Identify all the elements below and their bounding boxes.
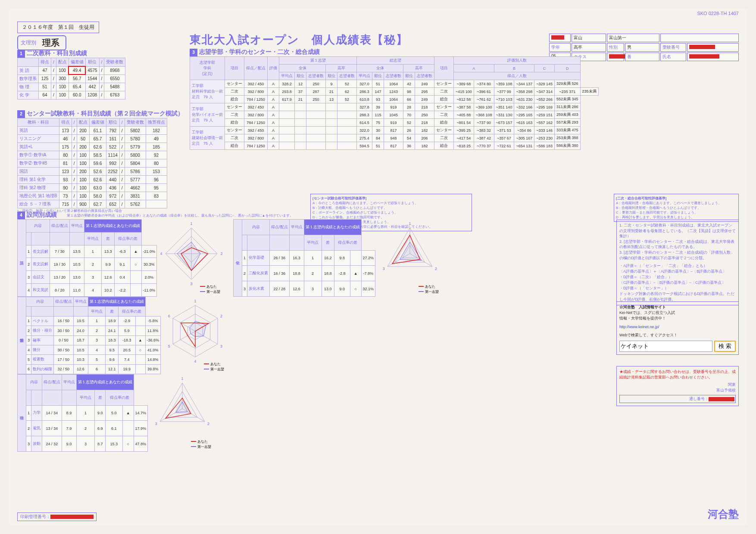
svg-text:3: 3 (383, 267, 385, 271)
section-2: 2センター試験教科・科目別成績（第２回全統マーク模試） 教科・科目得点/配点偏差… (17, 110, 184, 213)
svg-rect-44 (419, 286, 424, 287)
side-notes: 1. 二次・センター試験教科・科目別成績は、東北大入試オープンの文理別受験者を母… (616, 220, 739, 305)
choice-results-table: 志望学部学科(定員)項目得点／配点評価第１志望総志望項目評価別人数全体高卒全体高… (190, 56, 599, 150)
svg-text:あなた: あなた (206, 285, 217, 289)
svg-text:1: 1 (194, 299, 197, 303)
svg-text:3: 3 (220, 344, 222, 348)
svg-text:2: 2 (221, 251, 223, 256)
svg-text:あなた: あなた (197, 440, 208, 444)
svg-text:2: 2 (207, 422, 209, 426)
section-4: 4設問別成績 第１志望の受験者全体の平均点（および得点率）とあなたの成績（得点率… (17, 211, 474, 452)
svg-rect-46 (419, 291, 424, 292)
svg-text:5: 5 (168, 344, 170, 348)
side-ad: ☆河合塾 入試情報サイト Kei-Netでは、スグに役立つ入試 情報・大学情報を… (616, 301, 739, 355)
svg-text:第一志望: 第一志望 (197, 445, 211, 449)
svg-text:4: 4 (194, 359, 197, 363)
legend-niji: [二次・総合合格可能性評価基準]A：合格圏到達－合格圏にあります。このペースで邁… (614, 194, 739, 222)
svg-text:1: 1 (191, 221, 193, 226)
svg-rect-10 (200, 291, 205, 292)
svg-text:4: 4 (160, 251, 162, 256)
section-1: 1二次教科・科目別成績 得点/配点偏差値順位/受験者数英 語47/10049.4… (17, 50, 125, 99)
svg-text:3: 3 (191, 282, 193, 286)
form-code: SKO 0228-TH 1407 (697, 11, 739, 16)
kawai-logo: 河合塾 (708, 507, 739, 521)
keinet-link[interactable]: http://www.keinet.ne.jp/ (619, 325, 659, 329)
svg-text:3: 3 (155, 422, 157, 426)
svg-rect-36 (191, 446, 196, 447)
svg-text:あなた: あなた (425, 285, 435, 289)
svg-text:第一志望: 第一志望 (210, 367, 224, 371)
svg-text:第一志望: 第一志望 (206, 290, 220, 294)
secondary-subject-table: 得点/配点偏差値順位/受験者数英 語47/10049.44575/8968数学理… (17, 58, 125, 99)
svg-text:2: 2 (220, 314, 222, 318)
print-number: 印刷管理番号： (17, 512, 97, 521)
svg-text:第一志望: 第一志望 (425, 290, 439, 294)
score-report: SKO 0228-TH 1407 ２０１６年度 第１回 生徒用 文理別 理系 東… (9, 9, 747, 525)
keinet-search-input[interactable] (619, 341, 712, 352)
svg-text:2: 2 (435, 267, 437, 271)
center-subject-table: 教科・科目得点/配点偏差値順位/受験者数換算得点英語173/20061.1792… (17, 118, 167, 208)
svg-rect-34 (191, 441, 196, 442)
svg-text:1: 1 (181, 376, 184, 381)
report-title: 東北大入試オープン 個人成績表【秘】 (190, 32, 408, 47)
year-edition: ２０１６年度 第１回 生徒用 (17, 22, 99, 33)
section-3: 3志望学部・学科のセンター・二次・総合成績 志望学部学科(定員)項目得点／配点評… (190, 48, 599, 150)
svg-rect-24 (204, 363, 209, 364)
svg-text:6: 6 (168, 314, 170, 318)
svg-text:1: 1 (409, 221, 411, 226)
track-box: 文理別 理系 (17, 35, 66, 50)
svg-rect-8 (200, 286, 205, 287)
svg-text:あなた: あなた (210, 362, 221, 366)
side-contact: ★成績・データに関するお問い合わせは、受験番号を呈示の上、成績統計資料集記載の営… (616, 366, 739, 406)
track-value: 理系 (39, 37, 63, 49)
keinet-search-button[interactable]: 検 索 (714, 341, 736, 352)
svg-rect-26 (204, 369, 209, 369)
track-label: 文理別 (21, 39, 36, 47)
